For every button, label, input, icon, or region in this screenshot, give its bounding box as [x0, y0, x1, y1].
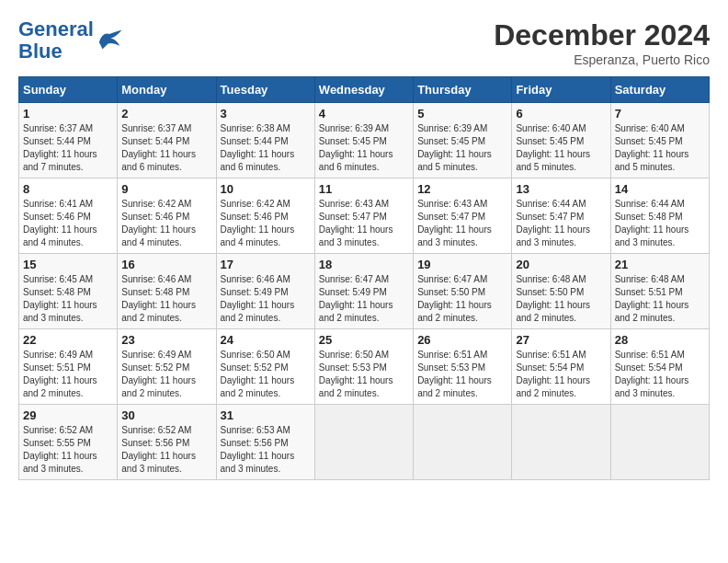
calendar-cell: [414, 405, 512, 480]
daylight-text: Daylight: 11 hours and 4 minutes.: [121, 224, 196, 247]
logo: General Blue: [18, 18, 123, 63]
title-block: December 2024 Esperanza, Puerto Rico: [494, 18, 710, 67]
logo-general: General: [18, 17, 94, 40]
calendar-week-row: 29Sunrise: 6:52 AMSunset: 5:55 PMDayligh…: [19, 405, 710, 480]
sunset-text: Sunset: 5:47 PM: [417, 212, 485, 222]
column-header-wednesday: Wednesday: [314, 77, 413, 103]
day-info: Sunrise: 6:37 AMSunset: 5:44 PMDaylight:…: [121, 122, 211, 174]
calendar-cell: 20Sunrise: 6:48 AMSunset: 5:50 PMDayligh…: [512, 254, 610, 329]
sunset-text: Sunset: 5:55 PM: [23, 438, 91, 448]
calendar-table: SundayMondayTuesdayWednesdayThursdayFrid…: [18, 76, 710, 480]
sunrise-text: Sunrise: 6:48 AM: [516, 274, 586, 284]
calendar-cell: 6Sunrise: 6:40 AMSunset: 5:45 PMDaylight…: [512, 103, 610, 178]
calendar-cell: 13Sunrise: 6:44 AMSunset: 5:47 PMDayligh…: [512, 178, 610, 254]
day-number: 8: [23, 182, 113, 196]
calendar-cell: 10Sunrise: 6:42 AMSunset: 5:46 PMDayligh…: [216, 178, 314, 254]
sunset-text: Sunset: 5:44 PM: [23, 136, 91, 146]
sunset-text: Sunset: 5:50 PM: [516, 287, 584, 297]
day-number: 27: [516, 333, 606, 347]
day-info: Sunrise: 6:39 AMSunset: 5:45 PMDaylight:…: [319, 122, 409, 174]
day-number: 15: [23, 258, 113, 271]
day-info: Sunrise: 6:39 AMSunset: 5:45 PMDaylight:…: [417, 122, 507, 174]
day-number: 19: [417, 258, 507, 271]
daylight-text: Daylight: 11 hours and 6 minutes.: [221, 149, 295, 172]
day-number: 17: [221, 258, 311, 271]
day-info: Sunrise: 6:50 AMSunset: 5:52 PMDaylight:…: [221, 349, 311, 400]
logo-blue: Blue: [18, 40, 63, 63]
sunset-text: Sunset: 5:44 PM: [221, 136, 289, 146]
daylight-text: Daylight: 11 hours and 3 minutes.: [417, 224, 492, 247]
daylight-text: Daylight: 11 hours and 3 minutes.: [121, 451, 196, 474]
day-number: 25: [319, 333, 409, 347]
daylight-text: Daylight: 11 hours and 4 minutes.: [221, 224, 295, 247]
calendar-cell: 3Sunrise: 6:38 AMSunset: 5:44 PMDaylight…: [216, 103, 314, 178]
sunset-text: Sunset: 5:51 PM: [23, 362, 91, 373]
day-info: Sunrise: 6:49 AMSunset: 5:51 PMDaylight:…: [23, 349, 113, 400]
day-number: 14: [615, 182, 705, 196]
day-number: 13: [516, 182, 606, 196]
calendar-cell: 23Sunrise: 6:49 AMSunset: 5:52 PMDayligh…: [118, 329, 216, 405]
daylight-text: Daylight: 11 hours and 5 minutes.: [417, 149, 492, 172]
sunset-text: Sunset: 5:44 PM: [121, 136, 189, 146]
sunset-text: Sunset: 5:48 PM: [615, 212, 683, 222]
sunset-text: Sunset: 5:56 PM: [121, 438, 189, 448]
column-header-tuesday: Tuesday: [216, 77, 314, 103]
day-info: Sunrise: 6:42 AMSunset: 5:46 PMDaylight:…: [121, 198, 211, 249]
day-info: Sunrise: 6:50 AMSunset: 5:53 PMDaylight:…: [319, 349, 409, 400]
sunrise-text: Sunrise: 6:46 AM: [121, 274, 191, 284]
sunrise-text: Sunrise: 6:51 AM: [417, 350, 487, 360]
day-info: Sunrise: 6:48 AMSunset: 5:51 PMDaylight:…: [615, 273, 705, 325]
sunrise-text: Sunrise: 6:43 AM: [417, 199, 487, 209]
calendar-cell: 4Sunrise: 6:39 AMSunset: 5:45 PMDaylight…: [314, 103, 413, 178]
day-number: 30: [121, 408, 211, 422]
calendar-cell: 5Sunrise: 6:39 AMSunset: 5:45 PMDaylight…: [414, 103, 512, 178]
sunset-text: Sunset: 5:46 PM: [121, 212, 189, 222]
column-header-saturday: Saturday: [610, 77, 709, 103]
calendar-week-row: 15Sunrise: 6:45 AMSunset: 5:48 PMDayligh…: [19, 254, 710, 329]
day-number: 1: [23, 107, 113, 121]
daylight-text: Daylight: 11 hours and 6 minutes.: [319, 149, 393, 172]
calendar-cell: 25Sunrise: 6:50 AMSunset: 5:53 PMDayligh…: [314, 329, 413, 405]
sunset-text: Sunset: 5:47 PM: [516, 212, 584, 222]
daylight-text: Daylight: 11 hours and 2 minutes.: [121, 300, 196, 323]
sunrise-text: Sunrise: 6:52 AM: [121, 425, 191, 435]
sunset-text: Sunset: 5:46 PM: [23, 212, 91, 222]
calendar-week-row: 22Sunrise: 6:49 AMSunset: 5:51 PMDayligh…: [19, 329, 710, 405]
sunrise-text: Sunrise: 6:50 AM: [319, 350, 389, 360]
sunrise-text: Sunrise: 6:49 AM: [23, 350, 93, 360]
sunset-text: Sunset: 5:51 PM: [615, 287, 683, 297]
calendar-cell: 14Sunrise: 6:44 AMSunset: 5:48 PMDayligh…: [610, 178, 709, 254]
day-number: 21: [615, 258, 705, 271]
day-number: 16: [121, 258, 211, 271]
logo-bird-icon: [96, 27, 123, 54]
day-number: 3: [221, 107, 311, 121]
day-info: Sunrise: 6:47 AMSunset: 5:50 PMDaylight:…: [417, 273, 507, 325]
sunset-text: Sunset: 5:45 PM: [516, 136, 584, 146]
day-info: Sunrise: 6:46 AMSunset: 5:49 PMDaylight:…: [221, 273, 311, 325]
calendar-week-row: 8Sunrise: 6:41 AMSunset: 5:46 PMDaylight…: [19, 178, 710, 254]
calendar-cell: 2Sunrise: 6:37 AMSunset: 5:44 PMDaylight…: [118, 103, 216, 178]
day-number: 22: [23, 333, 113, 347]
calendar-cell: 18Sunrise: 6:47 AMSunset: 5:49 PMDayligh…: [314, 254, 413, 329]
sunrise-text: Sunrise: 6:52 AM: [23, 425, 93, 435]
column-header-friday: Friday: [512, 77, 610, 103]
sunset-text: Sunset: 5:54 PM: [516, 362, 584, 373]
day-number: 28: [615, 333, 705, 347]
day-number: 2: [121, 107, 211, 121]
daylight-text: Daylight: 11 hours and 4 minutes.: [23, 224, 97, 247]
daylight-text: Daylight: 11 hours and 2 minutes.: [319, 300, 393, 323]
day-info: Sunrise: 6:38 AMSunset: 5:44 PMDaylight:…: [221, 122, 311, 174]
sunrise-text: Sunrise: 6:42 AM: [121, 199, 191, 209]
daylight-text: Daylight: 11 hours and 3 minutes.: [615, 375, 689, 398]
daylight-text: Daylight: 11 hours and 3 minutes.: [319, 224, 393, 247]
daylight-text: Daylight: 11 hours and 2 minutes.: [221, 300, 295, 323]
day-info: Sunrise: 6:43 AMSunset: 5:47 PMDaylight:…: [319, 198, 409, 249]
calendar-cell: 19Sunrise: 6:47 AMSunset: 5:50 PMDayligh…: [414, 254, 512, 329]
sunset-text: Sunset: 5:47 PM: [319, 212, 387, 222]
sunset-text: Sunset: 5:45 PM: [319, 136, 387, 146]
calendar-cell: 30Sunrise: 6:52 AMSunset: 5:56 PMDayligh…: [118, 405, 216, 480]
calendar-cell: 1Sunrise: 6:37 AMSunset: 5:44 PMDaylight…: [19, 103, 118, 178]
page-header: General Blue December 2024 Esperanza, Pu…: [18, 18, 710, 67]
daylight-text: Daylight: 11 hours and 2 minutes.: [319, 375, 393, 398]
daylight-text: Daylight: 11 hours and 2 minutes.: [221, 375, 295, 398]
